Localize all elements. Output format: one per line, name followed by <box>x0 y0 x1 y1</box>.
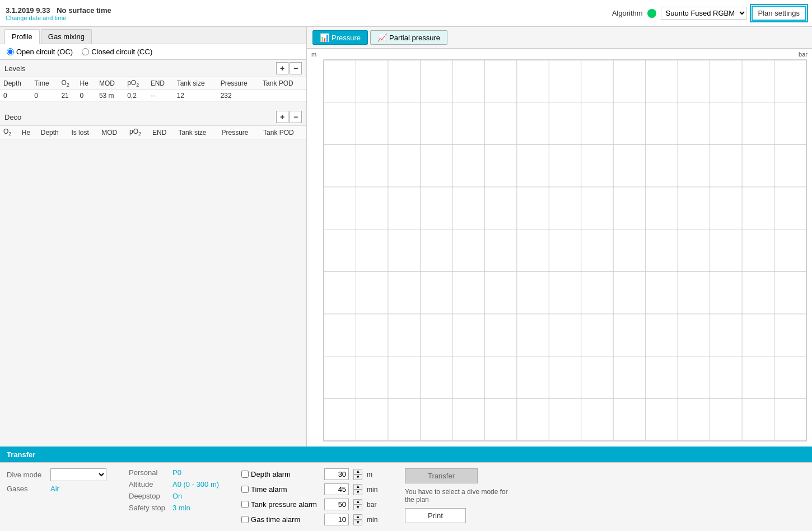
depth-alarm-down[interactable]: ▼ <box>353 474 362 480</box>
altitude-row: Altitude A0 (0 - 300 m) <box>129 480 219 488</box>
time-alarm-up[interactable]: ▲ <box>353 484 362 490</box>
time-alarm-spinner: ▲ ▼ <box>353 484 362 495</box>
gas-time-alarm-row: Gas time alarm ▲ ▼ min <box>241 514 382 525</box>
tank-pressure-alarm-row: Tank pressure alarm ▲ ▼ bar <box>241 499 382 510</box>
app-info: 3.1.2019 9.33 No surface time Change dat… <box>6 6 111 21</box>
app-no-surface: No surface time <box>57 6 111 15</box>
dcol-depth: Depth <box>38 126 68 139</box>
table-cell: 53 m <box>96 90 124 102</box>
tank-pressure-alarm-check[interactable] <box>241 501 249 508</box>
chart-x-axis-label: bar <box>799 51 808 58</box>
time-alarm-input[interactable] <box>324 483 349 495</box>
personal-row: Personal P0 <box>129 468 219 477</box>
depth-alarm-row: Depth alarm ▲ ▼ m <box>241 468 382 480</box>
transfer-col-2: Personal P0 Altitude A0 (0 - 300 m) Deep… <box>129 468 219 512</box>
depth-alarm-label[interactable]: Depth alarm <box>241 470 320 478</box>
time-alarm-label[interactable]: Time alarm <box>241 485 320 494</box>
col-o2: O2 <box>58 77 76 90</box>
gases-row: Gases Air <box>7 485 106 493</box>
table-cell: 0 <box>31 90 58 102</box>
dcol-po2: pO2 <box>126 126 149 139</box>
gas-time-alarm-up[interactable]: ▲ <box>353 514 362 520</box>
transfer-section-wrapper: Transfer Dive mode Gases Air Personal P0… <box>0 447 812 531</box>
depth-alarm-input[interactable] <box>324 468 349 480</box>
col-mod: MOD <box>96 77 124 90</box>
right-panel: 📊 Pressure 📈 Partial pressure m bar <box>307 27 812 447</box>
tank-pressure-alarm-spinner: ▲ ▼ <box>353 499 362 510</box>
dcol-pressure: Pressure <box>218 126 260 139</box>
col-pressure: Pressure <box>217 77 259 90</box>
transfer-col-1: Dive mode Gases Air <box>7 468 106 493</box>
chart-area: m bar <box>307 49 812 447</box>
algorithm-label: Algorithm <box>612 9 643 17</box>
depth-alarm-check[interactable] <box>241 471 249 478</box>
deco-buttons: + − <box>276 111 302 123</box>
partial-pressure-label: Partial pressure <box>389 34 440 42</box>
cc-radio[interactable] <box>82 48 89 55</box>
change-date-link[interactable]: Change date and time <box>6 15 111 21</box>
gas-time-alarm-label[interactable]: Gas time alarm <box>241 515 320 524</box>
gas-time-alarm-text: Gas time alarm <box>251 515 300 524</box>
altitude-label: Altitude <box>129 480 168 488</box>
alarms-col: Depth alarm ▲ ▼ m Time alarm ▲ ▼ <box>241 468 382 525</box>
dcol-tank-size: Tank size <box>175 126 218 139</box>
gas-time-alarm-down[interactable]: ▼ <box>353 520 362 525</box>
levels-title: Levels <box>4 64 26 73</box>
tank-pressure-alarm-down[interactable]: ▼ <box>353 505 362 510</box>
partial-pressure-icon: 📈 <box>377 33 387 42</box>
table-cell: 21 <box>58 90 76 102</box>
pressure-icon: 📊 <box>320 33 329 42</box>
gas-time-alarm-check[interactable] <box>241 516 249 523</box>
gas-time-alarm-spinner: ▲ ▼ <box>353 514 362 525</box>
altitude-value: A0 (0 - 300 m) <box>172 480 219 488</box>
transfer-btn-col: Transfer You have to select a dive mode … <box>405 468 517 523</box>
cc-text: Closed circuit (CC) <box>91 48 152 56</box>
gas-time-alarm-unit: min <box>367 516 382 524</box>
main-content: Profile Gas mixing Open circuit (OC) Clo… <box>0 27 812 447</box>
col-tank-size: Tank size <box>174 77 217 90</box>
svg-rect-0 <box>324 60 806 441</box>
gases-label: Gases <box>7 485 46 493</box>
transfer-header: Transfer <box>0 447 812 462</box>
depth-alarm-up[interactable]: ▲ <box>353 469 362 474</box>
dcol-o2: O2 <box>0 126 18 139</box>
circuit-selection: Open circuit (OC) Closed circuit (CC) <box>0 44 306 60</box>
oc-text: Open circuit (OC) <box>16 48 73 56</box>
transfer-title: Transfer <box>7 450 35 459</box>
tab-profile[interactable]: Profile <box>4 29 40 44</box>
tank-pressure-alarm-input[interactable] <box>324 499 349 510</box>
deepstop-label: Deepstop <box>129 492 168 500</box>
tank-pressure-alarm-up[interactable]: ▲ <box>353 499 362 505</box>
col-po2: pO2 <box>124 77 147 90</box>
cc-label[interactable]: Closed circuit (CC) <box>82 48 152 56</box>
deco-add-btn[interactable]: + <box>276 111 288 123</box>
col-he: He <box>77 77 96 90</box>
deco-remove-btn[interactable]: − <box>290 111 302 123</box>
col-tank-pod: Tank POD <box>259 77 306 90</box>
time-alarm-down[interactable]: ▼ <box>353 490 362 495</box>
tank-pressure-alarm-label[interactable]: Tank pressure alarm <box>241 500 320 509</box>
chart-tab-pressure[interactable]: 📊 Pressure <box>312 30 368 45</box>
dive-mode-select[interactable] <box>50 468 106 481</box>
oc-label[interactable]: Open circuit (OC) <box>7 48 73 56</box>
algorithm-select[interactable]: Suunto Fused RGBM <box>661 7 747 20</box>
dcol-he: He <box>18 126 38 139</box>
chart-tab-partial-pressure[interactable]: 📈 Partial pressure <box>370 30 447 45</box>
print-button[interactable]: Print <box>405 508 466 523</box>
time-alarm-unit: min <box>367 486 382 494</box>
levels-body: 0021053 m0,2--12232 <box>0 90 306 102</box>
oc-radio[interactable] <box>7 48 14 55</box>
table-row: 0021053 m0,2--12232 <box>0 90 306 102</box>
safety-stop-row: Safety stop 3 min <box>129 504 219 512</box>
gas-time-alarm-input[interactable] <box>324 514 349 525</box>
plan-settings-button[interactable]: Plan settings <box>752 6 806 21</box>
time-alarm-check[interactable] <box>241 486 249 493</box>
levels-remove-btn[interactable]: − <box>290 62 302 74</box>
personal-label: Personal <box>129 468 168 477</box>
table-cell: 12 <box>174 90 217 102</box>
top-bar-right: Algorithm Suunto Fused RGBM Plan setting… <box>612 6 806 21</box>
levels-add-btn[interactable]: + <box>276 62 288 74</box>
tab-gas-mixing[interactable]: Gas mixing <box>41 29 92 44</box>
table-cell: -- <box>147 90 174 102</box>
transfer-button[interactable]: Transfer <box>405 468 478 483</box>
